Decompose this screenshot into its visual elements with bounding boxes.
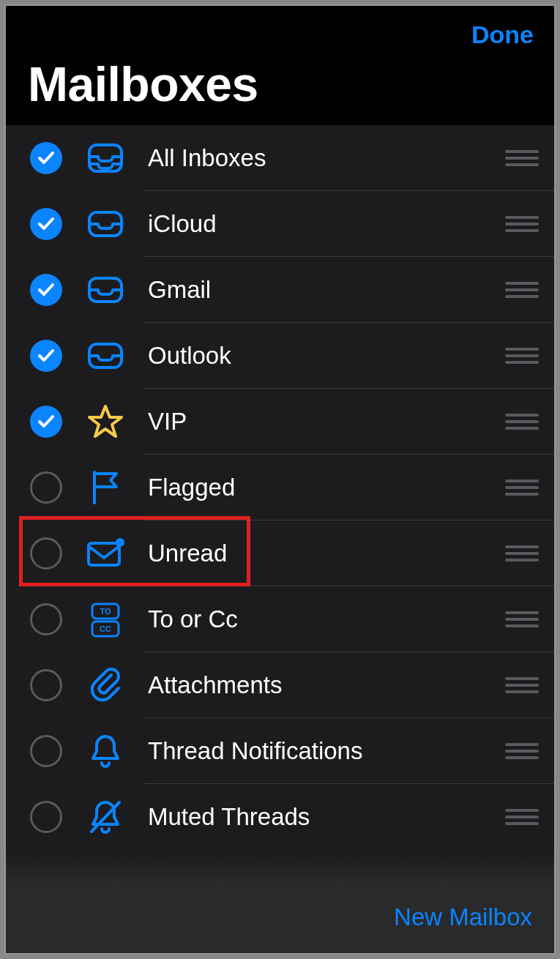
mailbox-list: All InboxesiCloudGmailOutlookVIPFlaggedU… bbox=[6, 125, 554, 953]
mailbox-row-to-or-cc[interactable]: TOCCTo or Cc bbox=[6, 586, 554, 652]
mailbox-label: Attachments bbox=[148, 671, 503, 699]
page-title: Mailboxes bbox=[28, 56, 532, 112]
checkmark-icon bbox=[30, 142, 62, 174]
drag-handle-icon[interactable] bbox=[503, 809, 541, 825]
new-mailbox-button[interactable]: New Mailbox bbox=[394, 903, 532, 931]
drag-handle-icon[interactable] bbox=[503, 348, 541, 364]
empty-circle-icon bbox=[30, 603, 62, 635]
mailboxes-edit-screen: Done Mailboxes All InboxesiCloudGmailOut… bbox=[4, 4, 556, 955]
drag-handle-icon[interactable] bbox=[503, 480, 541, 496]
done-button[interactable]: Done bbox=[471, 20, 534, 49]
nav-bar: Done bbox=[6, 6, 554, 56]
envelope-dot-icon bbox=[85, 533, 126, 574]
svg-text:TO: TO bbox=[100, 607, 111, 616]
mailbox-row-flagged[interactable]: Flagged bbox=[6, 455, 554, 520]
drag-handle-icon[interactable] bbox=[503, 611, 541, 627]
checkmark-icon bbox=[30, 340, 62, 372]
mailbox-label: Muted Threads bbox=[148, 803, 503, 831]
empty-circle-icon bbox=[30, 537, 62, 570]
drag-handle-icon[interactable] bbox=[503, 216, 541, 232]
mailbox-row-unread[interactable]: Unread bbox=[6, 520, 554, 586]
inbox-icon bbox=[85, 204, 126, 245]
mailbox-row-all-inboxes[interactable]: All Inboxes bbox=[6, 125, 554, 190]
drag-handle-icon[interactable] bbox=[503, 282, 541, 298]
bottom-toolbar: New Mailbox bbox=[6, 881, 554, 953]
drag-handle-icon[interactable] bbox=[503, 150, 541, 166]
selection-toggle[interactable] bbox=[29, 668, 63, 702]
inbox-icon bbox=[85, 269, 126, 310]
mailbox-label: Unread bbox=[148, 540, 503, 567]
drag-handle-icon[interactable] bbox=[503, 743, 541, 759]
inbox-icon bbox=[85, 335, 126, 376]
mailbox-row-muted-threads[interactable]: Muted Threads bbox=[6, 784, 554, 849]
mailbox-label: Flagged bbox=[148, 474, 503, 501]
bell-slash-icon bbox=[85, 796, 126, 837]
mailbox-row-gmail[interactable]: Gmail bbox=[6, 257, 554, 322]
selection-toggle[interactable] bbox=[29, 471, 63, 504]
selection-toggle[interactable] bbox=[29, 734, 63, 768]
selection-toggle[interactable] bbox=[29, 339, 63, 373]
empty-circle-icon bbox=[30, 801, 62, 833]
drag-handle-icon[interactable] bbox=[503, 545, 541, 561]
selection-toggle[interactable] bbox=[29, 405, 63, 439]
selection-toggle[interactable] bbox=[29, 602, 63, 636]
selection-toggle[interactable] bbox=[29, 800, 63, 834]
svg-rect-4 bbox=[89, 543, 119, 565]
mailbox-label: All Inboxes bbox=[148, 144, 503, 172]
checkmark-icon bbox=[30, 406, 62, 438]
mailbox-label: Gmail bbox=[148, 276, 503, 304]
drag-handle-icon[interactable] bbox=[503, 677, 541, 693]
mailbox-label: Thread Notifications bbox=[148, 737, 503, 765]
mailbox-label: Outlook bbox=[148, 342, 503, 370]
empty-circle-icon bbox=[30, 735, 62, 767]
mailbox-row-attachments[interactable]: Attachments bbox=[6, 652, 554, 717]
inbox-stack-icon bbox=[85, 138, 126, 179]
empty-circle-icon bbox=[30, 471, 62, 504]
star-icon bbox=[85, 401, 126, 442]
mailbox-label: iCloud bbox=[148, 210, 503, 238]
paperclip-icon bbox=[85, 665, 126, 706]
mailbox-row-outlook[interactable]: Outlook bbox=[6, 323, 554, 388]
selection-toggle[interactable] bbox=[29, 537, 63, 570]
fade-gradient bbox=[6, 852, 554, 881]
mailbox-row-icloud[interactable]: iCloud bbox=[6, 191, 554, 256]
mailbox-label: VIP bbox=[148, 408, 503, 436]
svg-point-5 bbox=[116, 538, 124, 547]
mailbox-row-vip[interactable]: VIP bbox=[6, 389, 554, 454]
checkmark-icon bbox=[30, 208, 62, 240]
selection-toggle[interactable] bbox=[29, 207, 63, 241]
selection-toggle[interactable] bbox=[29, 273, 63, 307]
mailbox-label: To or Cc bbox=[148, 605, 503, 633]
bell-icon bbox=[85, 731, 126, 772]
title-row: Mailboxes bbox=[6, 56, 554, 125]
to-cc-icon: TOCC bbox=[85, 599, 126, 640]
empty-circle-icon bbox=[30, 669, 62, 701]
checkmark-icon bbox=[30, 274, 62, 306]
svg-text:CC: CC bbox=[100, 624, 111, 633]
drag-handle-icon[interactable] bbox=[503, 414, 541, 430]
mailbox-row-thread-notifications[interactable]: Thread Notifications bbox=[6, 718, 554, 783]
flag-icon bbox=[85, 467, 126, 508]
selection-toggle[interactable] bbox=[29, 141, 63, 175]
